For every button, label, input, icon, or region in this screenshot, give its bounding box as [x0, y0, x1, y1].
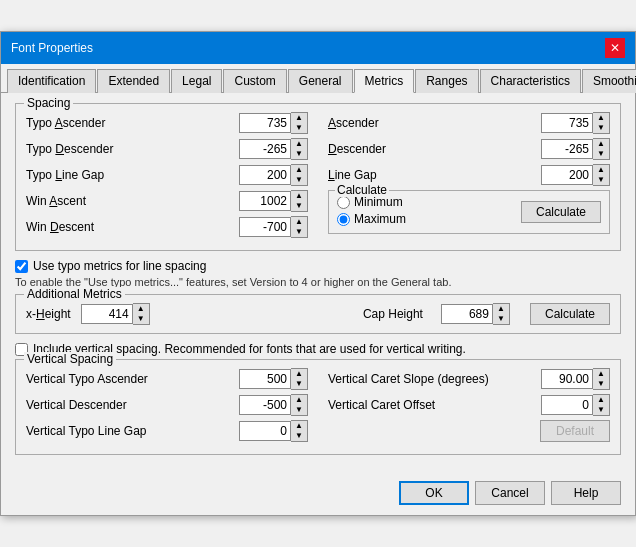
x-height-down[interactable]: ▼	[133, 314, 149, 324]
vertical-typo-ascender-up[interactable]: ▲	[291, 369, 307, 379]
line-gap-input[interactable]	[541, 165, 593, 185]
typo-line-gap-up[interactable]: ▲	[291, 165, 307, 175]
vertical-descender-input[interactable]	[239, 395, 291, 415]
vertical-caret-offset-row: Vertical Caret Offset ▲ ▼	[328, 394, 610, 416]
vertical-typo-line-gap-down[interactable]: ▼	[291, 431, 307, 441]
tab-smoothing[interactable]: Smoothing	[582, 69, 636, 93]
tab-general[interactable]: General	[288, 69, 353, 93]
descender-input[interactable]	[541, 139, 593, 159]
vertical-spacing-label: Vertical Spacing	[24, 352, 116, 366]
vertical-caret-offset-label: Vertical Caret Offset	[328, 398, 541, 412]
tab-legal[interactable]: Legal	[171, 69, 222, 93]
spacing-label: Spacing	[24, 96, 73, 110]
vertical-spacing-columns: Vertical Typo Ascender ▲ ▼ Vertical Desc…	[26, 368, 610, 446]
tab-metrics[interactable]: Metrics	[354, 69, 415, 93]
cancel-button[interactable]: Cancel	[475, 481, 545, 505]
win-descent-spinner: ▲ ▼	[239, 216, 308, 238]
line-gap-down[interactable]: ▼	[593, 175, 609, 185]
tab-characteristics[interactable]: Characteristics	[480, 69, 581, 93]
x-height-input[interactable]	[81, 304, 133, 324]
typo-line-gap-row: Typo Line Gap ▲ ▼	[26, 164, 308, 186]
descender-spinner: ▲ ▼	[541, 138, 610, 160]
main-content: Spacing Typo Ascender ▲ ▼	[1, 93, 635, 473]
win-descent-down[interactable]: ▼	[291, 227, 307, 237]
vertical-descender-down[interactable]: ▼	[291, 405, 307, 415]
line-gap-label: Line Gap	[328, 168, 541, 182]
vertical-typo-ascender-down[interactable]: ▼	[291, 379, 307, 389]
cap-height-up[interactable]: ▲	[493, 304, 509, 314]
win-descent-label: Win Descent	[26, 220, 239, 234]
vertical-left-col: Vertical Typo Ascender ▲ ▼ Vertical Desc…	[26, 368, 308, 446]
ascender-down[interactable]: ▼	[593, 123, 609, 133]
additional-metrics-section: Additional Metrics x-Height ▲ ▼ Cap Heig…	[15, 294, 621, 334]
vertical-caret-offset-up[interactable]: ▲	[593, 395, 609, 405]
win-ascent-row: Win Ascent ▲ ▼	[26, 190, 308, 212]
ascender-up[interactable]: ▲	[593, 113, 609, 123]
tab-custom[interactable]: Custom	[223, 69, 286, 93]
typo-ascender-spinner: ▲ ▼	[239, 112, 308, 134]
spacing-right-col: Ascender ▲ ▼ Descender	[328, 112, 610, 242]
win-ascent-up[interactable]: ▲	[291, 191, 307, 201]
additional-metrics-calculate-button[interactable]: Calculate	[530, 303, 610, 325]
tab-extended[interactable]: Extended	[97, 69, 170, 93]
typo-ascender-label: Typo Ascender	[26, 116, 239, 130]
minimum-radio[interactable]	[337, 196, 350, 209]
vertical-caret-slope-spinner: ▲ ▼	[541, 368, 610, 390]
vertical-typo-line-gap-input[interactable]	[239, 421, 291, 441]
spacing-columns: Typo Ascender ▲ ▼ Typo Descender	[26, 112, 610, 242]
win-ascent-label: Win Ascent	[26, 194, 239, 208]
vertical-caret-slope-down[interactable]: ▼	[593, 379, 609, 389]
default-button[interactable]: Default	[540, 420, 610, 442]
vertical-caret-offset-input[interactable]	[541, 395, 593, 415]
help-button[interactable]: Help	[551, 481, 621, 505]
typo-line-gap-label: Typo Line Gap	[26, 168, 239, 182]
typo-descender-input[interactable]	[239, 139, 291, 159]
descender-label: Descender	[328, 142, 541, 156]
x-height-spinner: ▲ ▼	[81, 303, 150, 325]
typo-ascender-down[interactable]: ▼	[291, 123, 307, 133]
vertical-caret-offset-down[interactable]: ▼	[593, 405, 609, 415]
typo-ascender-up[interactable]: ▲	[291, 113, 307, 123]
x-height-up[interactable]: ▲	[133, 304, 149, 314]
typo-descender-label: Typo Descender	[26, 142, 239, 156]
win-ascent-down[interactable]: ▼	[291, 201, 307, 211]
vertical-descender-up[interactable]: ▲	[291, 395, 307, 405]
cap-height-down[interactable]: ▼	[493, 314, 509, 324]
use-typo-checkbox[interactable]	[15, 260, 28, 273]
descender-down[interactable]: ▼	[593, 149, 609, 159]
vertical-typo-ascender-label: Vertical Typo Ascender	[26, 372, 239, 386]
win-descent-input[interactable]	[239, 217, 291, 237]
typo-line-gap-spinner: ▲ ▼	[239, 164, 308, 186]
calculate-button[interactable]: Calculate	[521, 201, 601, 223]
typo-descender-down[interactable]: ▼	[291, 149, 307, 159]
maximum-radio[interactable]	[337, 213, 350, 226]
line-gap-up[interactable]: ▲	[593, 165, 609, 175]
vertical-caret-slope-row: Vertical Caret Slope (degrees) ▲ ▼	[328, 368, 610, 390]
close-button[interactable]: ✕	[605, 38, 625, 58]
vertical-typo-line-gap-row: Vertical Typo Line Gap ▲ ▼	[26, 420, 308, 442]
typo-line-gap-input[interactable]	[239, 165, 291, 185]
cap-height-input[interactable]	[441, 304, 493, 324]
calculate-group: Calculate Minimum Maximum	[328, 190, 610, 234]
cap-height-label: Cap Height	[363, 307, 423, 321]
typo-ascender-row: Typo Ascender ▲ ▼	[26, 112, 308, 134]
vertical-caret-offset-spinner: ▲ ▼	[541, 394, 610, 416]
win-ascent-input[interactable]	[239, 191, 291, 211]
win-ascent-spinner: ▲ ▼	[239, 190, 308, 212]
win-descent-up[interactable]: ▲	[291, 217, 307, 227]
tab-ranges[interactable]: Ranges	[415, 69, 478, 93]
vertical-caret-slope-up[interactable]: ▲	[593, 369, 609, 379]
typo-ascender-input[interactable]	[239, 113, 291, 133]
vertical-caret-slope-input[interactable]	[541, 369, 593, 389]
vertical-caret-slope-label: Vertical Caret Slope (degrees)	[328, 372, 541, 386]
dialog-buttons: OK Cancel Help	[1, 473, 635, 515]
vertical-typo-ascender-input[interactable]	[239, 369, 291, 389]
typo-descender-up[interactable]: ▲	[291, 139, 307, 149]
typo-line-gap-down[interactable]: ▼	[291, 175, 307, 185]
vertical-typo-line-gap-up[interactable]: ▲	[291, 421, 307, 431]
vertical-typo-line-gap-spinner: ▲ ▼	[239, 420, 308, 442]
tab-identification[interactable]: Identification	[7, 69, 96, 93]
descender-up[interactable]: ▲	[593, 139, 609, 149]
ascender-input[interactable]	[541, 113, 593, 133]
ok-button[interactable]: OK	[399, 481, 469, 505]
